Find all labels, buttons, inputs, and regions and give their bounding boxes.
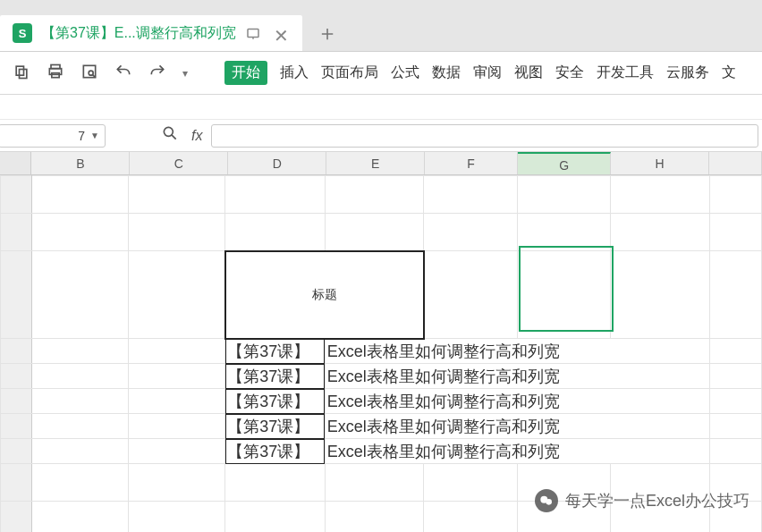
col-header-c[interactable]: C: [130, 152, 228, 174]
name-box[interactable]: 7 ▼: [0, 124, 106, 148]
preview-icon[interactable]: [80, 63, 98, 84]
svg-rect-0: [248, 30, 258, 38]
toolbar: ▾ 开始 插入 页面布局 公式 数据 审阅 视图 安全 开发工具 云服务 文: [0, 52, 762, 95]
cell-lesson[interactable]: 【第37课】: [225, 389, 325, 414]
document-tab[interactable]: S 【第37课】E...调整行高和列宽 ✕: [0, 15, 302, 51]
cell-desc[interactable]: Excel表格里如何调整行高和列宽: [325, 414, 709, 439]
column-headers: B C D E F G H: [0, 152, 762, 175]
menu-insert[interactable]: 插入: [280, 63, 309, 82]
chevron-down-icon[interactable]: ▼: [90, 131, 99, 140]
menu-security[interactable]: 安全: [555, 63, 584, 82]
spreadsheet-icon: S: [13, 23, 32, 43]
cell-desc[interactable]: Excel表格里如何调整行高和列宽: [325, 439, 709, 464]
svg-line-11: [172, 135, 176, 139]
col-header-f[interactable]: F: [425, 152, 518, 174]
watermark: 每天学一点Excel办公技巧: [535, 489, 749, 512]
spreadsheet-grid[interactable]: B C D E F G H 标题 【第37课】 Excel表格里如何调整行高和列…: [0, 152, 762, 532]
cell-lesson[interactable]: 【第37课】: [225, 339, 325, 364]
tab-bar: S 【第37课】E...调整行高和列宽 ✕ ＋: [0, 0, 762, 52]
menu-devtools[interactable]: 开发工具: [597, 63, 654, 82]
dropdown-icon[interactable]: ▾: [182, 67, 188, 80]
menu-formula[interactable]: 公式: [391, 63, 419, 82]
col-header-g[interactable]: G: [518, 152, 611, 174]
svg-rect-3: [20, 69, 27, 78]
svg-point-13: [546, 499, 552, 505]
corner-cell[interactable]: [0, 152, 31, 174]
window-icon[interactable]: [245, 25, 261, 41]
menu-view[interactable]: 视图: [514, 63, 543, 82]
title-cell[interactable]: 标题: [225, 251, 424, 339]
formula-bar: 7 ▼ fx: [0, 120, 762, 152]
formula-input[interactable]: [211, 124, 758, 148]
menu-review[interactable]: 审阅: [473, 63, 502, 82]
col-header-h[interactable]: H: [611, 152, 709, 174]
col-header-d[interactable]: D: [228, 152, 326, 174]
ribbon-area: [0, 95, 762, 120]
tab-title: 【第37课】E...调整行高和列宽: [41, 24, 236, 43]
menu-text[interactable]: 文: [722, 63, 736, 82]
col-header-b[interactable]: B: [31, 152, 130, 174]
menu-cloud[interactable]: 云服务: [666, 63, 709, 82]
col-header-e[interactable]: E: [326, 152, 425, 174]
redo-icon[interactable]: [148, 63, 166, 84]
col-header-i[interactable]: [709, 152, 762, 174]
name-box-value: 7: [78, 129, 85, 143]
print-icon[interactable]: [47, 63, 64, 84]
menu-data[interactable]: 数据: [432, 63, 461, 82]
menu-bar: 开始 插入 页面布局 公式 数据 审阅 视图 安全 开发工具 云服务 文: [224, 61, 736, 85]
menu-start[interactable]: 开始: [224, 61, 267, 85]
wechat-icon: [535, 489, 558, 512]
sheet-table[interactable]: 标题 【第37课】 Excel表格里如何调整行高和列宽 【第37课】 Excel…: [0, 175, 762, 532]
zoom-icon[interactable]: [161, 124, 179, 147]
close-icon[interactable]: ✕: [274, 25, 290, 41]
cell-lesson[interactable]: 【第37课】: [225, 439, 325, 464]
cell-lesson[interactable]: 【第37课】: [225, 414, 325, 439]
copy-icon[interactable]: [13, 63, 30, 84]
cell-desc[interactable]: Excel表格里如何调整行高和列宽: [325, 389, 709, 414]
cell-desc[interactable]: Excel表格里如何调整行高和列宽: [325, 364, 709, 389]
undo-icon[interactable]: [114, 63, 132, 84]
cell-desc[interactable]: Excel表格里如何调整行高和列宽: [325, 339, 709, 364]
menu-page-layout[interactable]: 页面布局: [321, 63, 378, 82]
cell-lesson[interactable]: 【第37课】: [225, 364, 325, 389]
watermark-text: 每天学一点Excel办公技巧: [565, 490, 749, 511]
fx-label[interactable]: fx: [191, 128, 202, 144]
new-tab-button[interactable]: ＋: [302, 15, 352, 51]
